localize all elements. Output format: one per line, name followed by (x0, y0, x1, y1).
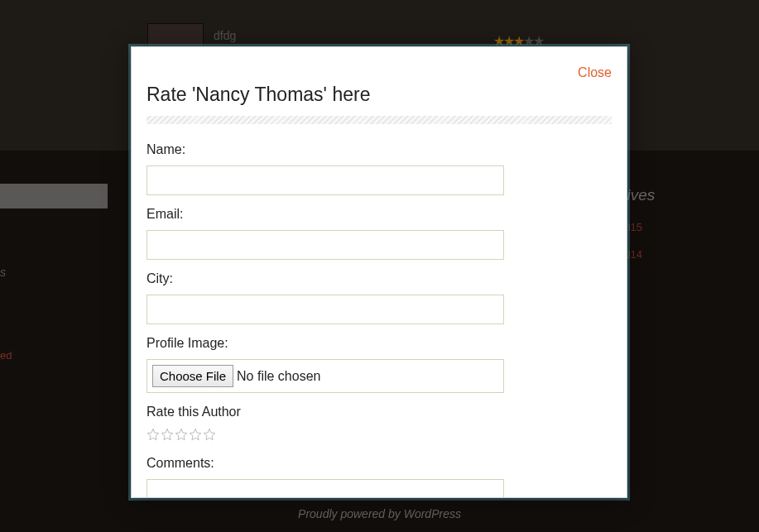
form-row-profile-image: Profile Image: Choose File No file chose… (147, 336, 612, 393)
name-input[interactable] (147, 165, 504, 195)
form-row-comments: Comments: (147, 456, 612, 497)
choose-file-button[interactable]: Choose File (152, 365, 233, 387)
label-name: Name: (147, 142, 612, 157)
bg-sidebar: hives 2015 2014 (618, 186, 759, 276)
label-profile-image: Profile Image: (147, 336, 612, 351)
bg-archive-link: 2014 (618, 248, 759, 261)
modal-scroll-area[interactable]: Close Rate 'Nancy Thomas' here Name: Ema… (132, 47, 627, 497)
form-row-city: City: (147, 271, 612, 324)
footer-credit: Proudly powered by WordPress (0, 507, 759, 520)
close-button[interactable]: Close (578, 65, 612, 80)
bg-review-name: dfdg (214, 29, 236, 42)
bg-left-heading: s (0, 266, 6, 279)
label-comments: Comments: (147, 456, 612, 471)
divider (147, 116, 612, 124)
file-input-wrap[interactable]: Choose File No file chosen (147, 359, 504, 393)
star-rating-input[interactable] (147, 428, 612, 441)
bg-sidebar-title: hives (618, 186, 759, 204)
form-row-name: Name: (147, 142, 612, 195)
star-icon[interactable] (161, 428, 174, 441)
label-rate-author: Rate this Author (147, 405, 612, 419)
star-icon[interactable] (203, 428, 216, 441)
star-icon[interactable] (175, 428, 188, 441)
label-city: City: (147, 271, 612, 286)
rating-modal: Close Rate 'Nancy Thomas' here Name: Ema… (131, 46, 627, 498)
form-row-email: Email: (147, 207, 612, 260)
label-email: Email: (147, 207, 612, 222)
modal-title: Rate 'Nancy Thomas' here (147, 84, 612, 106)
bg-archive-link: 2015 (618, 221, 759, 233)
bg-review-item: dfdg (147, 23, 236, 48)
email-input[interactable] (147, 230, 504, 260)
star-icon[interactable] (189, 428, 202, 441)
avatar (147, 23, 204, 48)
bg-left-link: ed (0, 349, 12, 362)
file-status-text: No file chosen (237, 369, 320, 384)
bg-search-input (0, 184, 108, 208)
star-icon[interactable] (147, 428, 160, 441)
city-input[interactable] (147, 295, 504, 324)
comments-textarea[interactable] (147, 479, 504, 497)
